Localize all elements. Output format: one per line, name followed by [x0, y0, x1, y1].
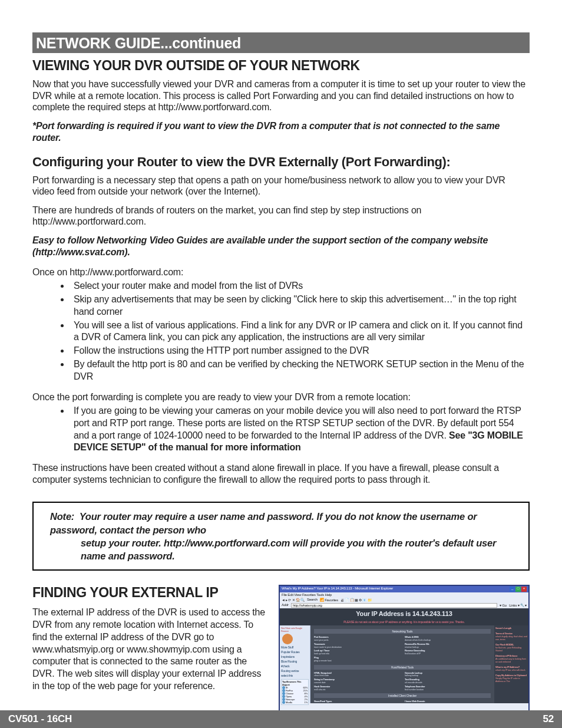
list-item: Select your router make and model from t…: [70, 280, 530, 292]
list-item: Follow the instructions using the HTTP p…: [70, 345, 530, 357]
note-label: Note:: [50, 511, 74, 522]
window-buttons: _□×: [509, 587, 527, 592]
heading-viewing: VIEWING YOUR DVR OUTSIDE OF YOUR NETWORK: [32, 58, 530, 74]
note-portforward-required: *Port forwarding is required if you want…: [32, 120, 530, 144]
list-item: If you are going to be viewing your came…: [70, 405, 530, 454]
right-column: Server's LengthTerms of Servicewhat's le…: [494, 625, 528, 703]
footer-bar: CV501 - 16CH 52: [0, 710, 562, 728]
heading-finding-ip: FINDING YOUR EXTERNAL IP: [32, 585, 268, 601]
footer-model: CV501 - 16CH: [8, 713, 72, 725]
section-browsercheck: Installed Client Checker: [314, 693, 491, 698]
heading-configuring: Configuring your Router to view the DVR …: [32, 154, 530, 170]
ip-address-banner: Your IP Address is 14.14.243.113: [280, 608, 528, 619]
section-nettools: Networking Tools: [314, 629, 491, 634]
para-conf2: There are hundreds of brands of routers …: [32, 205, 530, 228]
toolbar: ◄ ▸ ⟳ ✕ 🏠 🔍Search📶 Favorites🖨 📄 📋 ▦ ⚙ 📧 …: [280, 597, 528, 602]
firefox-icon: [282, 634, 293, 644]
para-finding-ip: The external IP address of the DVR is us…: [32, 607, 268, 693]
top-browsers-title: Top Browsers This August: [282, 680, 308, 686]
sidebar: Net / Hate sets Google Finance More Stuf…: [280, 625, 310, 703]
note-text: Note: Your router may require a user nam…: [50, 510, 512, 562]
window-titlebar: What's My IP Address? Your IP is 14.14.2…: [280, 586, 528, 592]
para-conf1: Port forwarding is a necessary step that…: [32, 174, 530, 197]
list-item: Skip any advertisements that may be seen…: [70, 294, 530, 318]
note-video-guides: Easy to follow Networking Video Guides a…: [32, 235, 530, 258]
browser-screenshot: What's My IP Address? Your IP is 14.14.2…: [279, 585, 530, 722]
address-bar: http://whatsmyip.org: [291, 603, 497, 608]
para-viewing: Now that you have successfully viewed yo…: [32, 78, 530, 113]
section-hosttools: Host/Related Tools: [314, 665, 491, 670]
menu-bar: File Edit View Favorites Tools Help: [280, 592, 528, 597]
list-item: You will see a list of various applicati…: [70, 319, 530, 344]
main-content: Networking Tools Port Scannersscan your …: [310, 625, 494, 703]
footer-page-number: 52: [543, 713, 554, 725]
para-once-on: Once on http://www.portforward.com:: [32, 266, 530, 278]
list-item: By default the http port is 80 and can b…: [70, 358, 530, 383]
top-browsers-box: Top Browsers This August IE60%FireFox25%…: [281, 679, 309, 705]
header-bar: NETWORK GUIDE...continued: [32, 32, 530, 53]
para-firewall: These instructions have been created wit…: [32, 462, 530, 485]
address-bar-row: Addrhttp://whatsmyip.org▾ Go Links ▾ 🔧 ▾: [280, 602, 528, 608]
sidebar-head: Net / Hate sets Google Finance: [281, 627, 309, 633]
list-portforward-steps: Select your router make and model from t…: [70, 280, 530, 383]
list-mobile-ports: If you are going to be viewing your came…: [70, 405, 530, 454]
ip-subnotice: PLEASE do not ask us about your IP addre…: [280, 619, 528, 625]
note-box: Note: Your router may require a user nam…: [32, 502, 530, 571]
window-title: What's My IP Address? Your IP is 14.14.2…: [282, 587, 393, 592]
para-ready: Once the port forwarding is complete you…: [32, 391, 530, 403]
